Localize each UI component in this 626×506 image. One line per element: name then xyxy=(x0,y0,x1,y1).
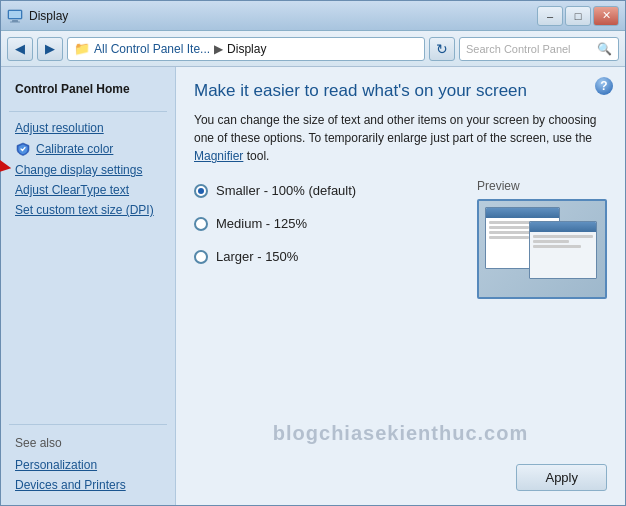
sidebar-item-cleartype[interactable]: Adjust ClearType text xyxy=(1,180,175,200)
content-title: Make it easier to read what's on your sc… xyxy=(194,81,607,101)
sidebar-see-also-divider xyxy=(9,424,167,425)
svg-rect-1 xyxy=(9,11,21,18)
sidebar-item-adjust-resolution[interactable]: Adjust resolution xyxy=(1,118,175,138)
search-placeholder: Search Control Panel xyxy=(466,43,571,55)
see-also-label: See also xyxy=(1,431,175,455)
title-bar: Display – □ ✕ xyxy=(1,1,625,31)
preview-win2-titlebar xyxy=(530,222,596,232)
sidebar-item-change-display[interactable]: Change display settings xyxy=(1,160,175,180)
sidebar-item-devices-printers[interactable]: Devices and Printers xyxy=(1,475,175,495)
refresh-button[interactable]: ↻ xyxy=(429,37,455,61)
help-icon[interactable]: ? xyxy=(595,77,613,95)
option-smaller-label: Smaller - 100% (default) xyxy=(216,183,356,198)
shield-icon xyxy=(15,141,31,157)
sidebar-home[interactable]: Control Panel Home xyxy=(1,77,175,101)
sidebar-item-custom-dpi[interactable]: Set custom text size (DPI) xyxy=(1,200,175,220)
preview-line xyxy=(489,236,529,239)
main-window: Display – □ ✕ ◀ ▶ 📁 All Control Panel It… xyxy=(0,0,626,506)
preview-line xyxy=(489,226,529,229)
preview-line xyxy=(533,245,581,248)
breadcrumb-root[interactable]: All Control Panel Ite... xyxy=(94,42,210,56)
preview-line xyxy=(533,240,569,243)
preview-win1-titlebar xyxy=(486,208,559,218)
window-title: Display xyxy=(29,9,68,23)
sidebar-item-calibrate-color[interactable]: Calibrate color xyxy=(1,138,175,160)
preview-label: Preview xyxy=(477,179,520,193)
option-larger-label: Larger - 150% xyxy=(216,249,298,264)
maximize-button[interactable]: □ xyxy=(565,6,591,26)
back-button[interactable]: ◀ xyxy=(7,37,33,61)
content-desc-text: You can change the size of text and othe… xyxy=(194,113,596,145)
apply-button[interactable]: Apply xyxy=(516,464,607,491)
folder-icon: 📁 xyxy=(74,41,90,56)
preview-window-2 xyxy=(529,221,597,279)
sidebar-item-personalization[interactable]: Personalization xyxy=(1,455,175,475)
sidebar: Control Panel Home Adjust resolution Cal… xyxy=(1,67,176,505)
option-medium[interactable]: Medium - 125% xyxy=(194,216,457,231)
preview-area: Preview xyxy=(477,179,607,299)
window-icon xyxy=(7,8,23,24)
watermark: blogchiasekienthuc.com xyxy=(273,422,528,445)
content-desc-end: tool. xyxy=(247,149,270,163)
address-bar: ◀ ▶ 📁 All Control Panel Ite... ▶ Display… xyxy=(1,31,625,67)
title-bar-left: Display xyxy=(7,8,68,24)
content-panel: ? Make it easier to read what's on your … xyxy=(176,67,625,505)
radio-medium-circle xyxy=(194,217,208,231)
preview-image xyxy=(477,199,607,299)
search-bar[interactable]: Search Control Panel 🔍 xyxy=(459,37,619,61)
sidebar-divider xyxy=(9,111,167,112)
close-button[interactable]: ✕ xyxy=(593,6,619,26)
option-medium-label: Medium - 125% xyxy=(216,216,307,231)
breadcrumb-separator: ▶ xyxy=(214,42,223,56)
radio-smaller-circle xyxy=(194,184,208,198)
options-area: Smaller - 100% (default) Medium - 125% L… xyxy=(194,179,607,299)
preview-line xyxy=(533,235,593,238)
search-icon: 🔍 xyxy=(597,42,612,56)
radio-larger-circle xyxy=(194,250,208,264)
option-smaller[interactable]: Smaller - 100% (default) xyxy=(194,183,457,198)
minimize-button[interactable]: – xyxy=(537,6,563,26)
breadcrumb-current: Display xyxy=(227,42,266,56)
forward-button[interactable]: ▶ xyxy=(37,37,63,61)
radio-options: Smaller - 100% (default) Medium - 125% L… xyxy=(194,179,457,264)
option-larger[interactable]: Larger - 150% xyxy=(194,249,457,264)
title-bar-buttons: – □ ✕ xyxy=(537,6,619,26)
preview-win2-body xyxy=(530,232,596,278)
apply-area: Apply xyxy=(516,464,607,491)
main-area: Control Panel Home Adjust resolution Cal… xyxy=(1,67,625,505)
magnifier-link[interactable]: Magnifier xyxy=(194,149,243,163)
svg-rect-3 xyxy=(10,21,20,22)
content-description: You can change the size of text and othe… xyxy=(194,111,607,165)
breadcrumb-bar: 📁 All Control Panel Ite... ▶ Display xyxy=(67,37,425,61)
